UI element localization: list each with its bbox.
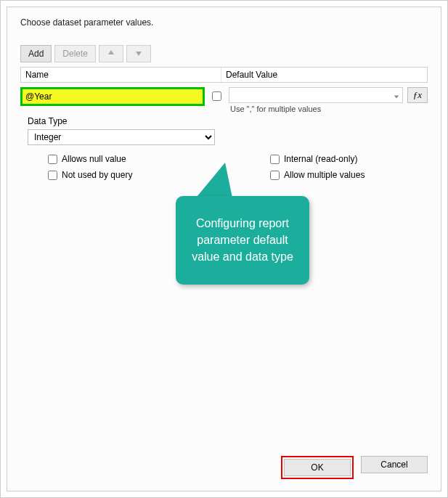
delete-button: Delete (54, 45, 96, 62)
expression-button[interactable]: ƒx (407, 87, 428, 103)
parameter-row: ƒx Use "," for multiple values (20, 87, 428, 113)
parameter-dialog: Choose dataset parameter values. Add Del… (7, 7, 441, 491)
chevron-down-icon (394, 91, 399, 102)
datatype-label: Data Type (28, 116, 428, 126)
parameter-name-input[interactable] (20, 87, 205, 106)
ok-highlight: OK (281, 456, 354, 479)
allow-multi-row[interactable]: Allow multiple values (270, 170, 428, 180)
not-used-label: Not used by query (62, 170, 132, 180)
default-value-combo[interactable] (229, 87, 403, 103)
dialog-title: Choose dataset parameter values. (20, 17, 428, 28)
internal-label: Internal (read-only) (284, 154, 357, 164)
datatype-block: Data Type Integer (28, 116, 428, 145)
default-value-hint: Use "," for multiple values (230, 105, 428, 113)
default-value-group: ƒx Use "," for multiple values (229, 87, 428, 113)
toolbar: Add Delete (20, 45, 428, 62)
allows-null-label: Allows null value (62, 154, 126, 164)
column-header-default: Default Value (221, 68, 427, 82)
grid-header: Name Default Value (20, 67, 428, 83)
internal-checkbox[interactable] (270, 155, 280, 164)
ok-button[interactable]: OK (284, 459, 351, 476)
allows-null-checkbox[interactable] (48, 155, 57, 164)
column-header-name: Name (21, 68, 221, 82)
allow-multi-label: Allow multiple values (284, 170, 364, 180)
move-down-button (126, 45, 151, 62)
arrow-down-icon (135, 49, 142, 57)
not-used-checkbox[interactable] (48, 171, 57, 180)
internal-row[interactable]: Internal (read-only) (270, 154, 428, 164)
move-up-button (99, 45, 123, 62)
add-button[interactable]: Add (20, 45, 52, 62)
cancel-button[interactable]: Cancel (361, 456, 428, 473)
annotation-callout: Configuring report parameter default val… (176, 196, 309, 285)
allow-multi-checkbox[interactable] (270, 171, 280, 180)
datatype-select[interactable]: Integer (28, 129, 215, 145)
dialog-button-bar: OK Cancel (281, 456, 428, 479)
callout-text: Configuring report parameter default val… (176, 196, 309, 285)
default-value-checkbox[interactable] (212, 91, 221, 101)
arrow-up-icon (107, 49, 115, 57)
